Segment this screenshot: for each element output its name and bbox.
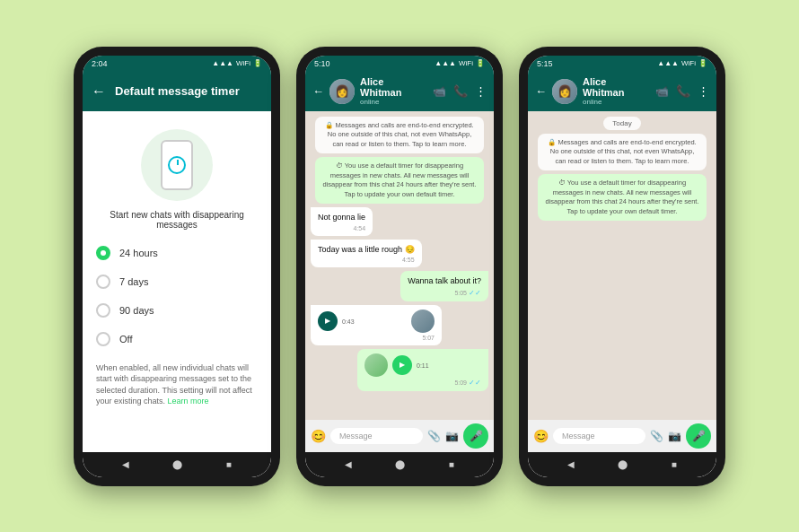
timer-icon — [168, 156, 186, 174]
play-btn-incoming[interactable]: ▶ — [318, 311, 338, 331]
start-label: Start new chats with disappearing messag… — [83, 210, 271, 239]
learn-more-link[interactable]: Learn more — [168, 397, 209, 406]
nav-back-1[interactable]: ◀ — [122, 459, 129, 469]
contact-name-2: Alice Whitman — [360, 76, 427, 98]
nav-recent-2[interactable]: ■ — [449, 459, 454, 469]
attach-btn-3[interactable]: 📎 — [650, 430, 663, 442]
wifi-icon: WiFi — [236, 59, 250, 67]
signal-icon-2: ▲▲▲ — [435, 59, 456, 67]
msg-3-ticks: ✓✓ — [469, 289, 481, 297]
camera-btn-2[interactable]: 📷 — [445, 430, 459, 442]
audio-msg-incoming: ▶ 0:43 5:07 — [311, 305, 442, 345]
video-call-icon-3[interactable]: 📹 — [655, 85, 669, 98]
header-icons-2: 📹 📞 ⋮ — [433, 84, 487, 98]
msg-1-text: Not gonna lie — [318, 212, 365, 223]
play-btn-outgoing[interactable]: ▶ — [392, 355, 412, 375]
emoji-btn-2[interactable]: 😊 — [311, 429, 326, 443]
label-off: Off — [119, 334, 132, 344]
attach-btn-2[interactable]: 📎 — [427, 430, 441, 442]
option-90days[interactable]: 90 days — [83, 296, 271, 325]
option-24h[interactable]: 24 hours — [83, 239, 271, 267]
phone-illustration — [83, 111, 271, 210]
disappear-notice-2: ⏱ You use a default timer for disappeari… — [315, 157, 484, 204]
wifi-icon-3: WiFi — [681, 59, 696, 67]
radio-24h[interactable] — [96, 246, 110, 260]
input-placeholder-2: Message — [339, 432, 373, 440]
msg-3: Wanna talk about it? 5:05 ✓✓ — [400, 271, 488, 301]
header-icons-3: 📹 📞 ⋮ — [655, 84, 709, 98]
nav-recent-3[interactable]: ■ — [672, 459, 677, 469]
msg-3-text: Wanna talk about it? — [408, 275, 481, 287]
phone-3: 5:15 ▲▲▲ WiFi 🔋 ← 👩 Alice Whitman online — [519, 47, 725, 486]
radio-off[interactable] — [96, 332, 110, 346]
option-off[interactable]: Off — [83, 325, 271, 353]
audio-avatar-outgoing — [364, 353, 388, 377]
nav-back-3[interactable]: ◀ — [567, 459, 575, 469]
battery-icon: 🔋 — [253, 59, 262, 67]
audio-bubble-incoming: ▶ 0:43 — [318, 310, 435, 333]
status-bar-2: 5:10 ▲▲▲ WiFi 🔋 — [305, 56, 494, 72]
more-icon-3[interactable]: ⋮ — [698, 84, 709, 98]
chat-header-3: ← 👩 Alice Whitman online 📹 📞 ⋮ — [528, 72, 716, 111]
avatar-img-2: 👩 — [329, 79, 355, 104]
emoji-btn-3[interactable]: 😊 — [533, 429, 549, 443]
avatar-3: 👩 — [552, 79, 577, 104]
disappear-notice-3: ⏱ You use a default timer for disappeari… — [538, 174, 707, 221]
mic-btn-2[interactable]: 🎤 — [463, 423, 488, 449]
video-call-icon[interactable]: 📹 — [433, 85, 446, 98]
nav-home-3[interactable]: ⬤ — [618, 459, 628, 469]
input-field-3[interactable]: Message — [553, 428, 645, 444]
back-button[interactable]: ← — [92, 83, 106, 100]
audio-time-outgoing: 5:09 ✓✓ — [364, 379, 481, 387]
time-3: 5:15 — [537, 59, 553, 68]
time-2: 5:10 — [314, 59, 330, 68]
avatar-2: 👩 — [329, 79, 355, 104]
audio-bubble-outgoing: ▶ 0:11 — [364, 353, 481, 377]
status-bar-1: 2:04 ▲▲▲ WiFi 🔋 — [83, 56, 271, 72]
contact-info-3: Alice Whitman online — [583, 76, 650, 106]
phone-call-icon-3[interactable]: 📞 — [676, 84, 690, 98]
more-icon[interactable]: ⋮ — [475, 84, 487, 98]
msg-2-text: Today was a little rough 😔 — [318, 244, 415, 256]
input-field-2[interactable]: Message — [330, 428, 423, 444]
msg-1: Not gonna lie 4:54 — [311, 207, 373, 236]
phone-3-screen: 5:15 ▲▲▲ WiFi 🔋 ← 👩 Alice Whitman online — [528, 56, 716, 477]
nav-recent-1[interactable]: ■ — [226, 459, 232, 469]
label-24h: 24 hours — [119, 248, 158, 258]
radio-7days[interactable] — [96, 275, 110, 289]
camera-btn-3[interactable]: 📷 — [668, 430, 681, 442]
phone-call-icon[interactable]: 📞 — [453, 84, 468, 98]
wifi-icon-2: WiFi — [459, 59, 473, 67]
settings-title: Default message timer — [115, 84, 240, 98]
mic-btn-3[interactable]: 🎤 — [686, 423, 711, 449]
chat-back-3[interactable]: ← — [535, 84, 547, 98]
battery-icon-3: 🔋 — [698, 59, 707, 67]
contact-name-3: Alice Whitman — [583, 76, 650, 98]
phone-3-nav: ◀ ⬤ ■ — [528, 452, 716, 477]
nav-home-2[interactable]: ⬤ — [395, 459, 405, 469]
option-7days[interactable]: 7 days — [83, 267, 271, 296]
status-icons-1: ▲▲▲ WiFi 🔋 — [212, 59, 262, 67]
chat-area-2: 🔒 Messages and calls are end-to-end encr… — [305, 111, 494, 420]
phone-2-nav: ◀ ⬤ ■ — [305, 452, 494, 477]
audio-msg-outgoing: ▶ 0:11 5:09 ✓✓ — [357, 349, 488, 391]
signal-icon-3: ▲▲▲ — [657, 59, 679, 67]
audio-time-incoming: 5:07 — [318, 335, 435, 341]
nav-home-1[interactable]: ⬤ — [172, 459, 182, 469]
contact-info-2: Alice Whitman online — [360, 76, 427, 106]
audio-duration-incoming: 0:43 — [342, 318, 407, 325]
input-placeholder-3: Message — [562, 432, 595, 440]
chat-back-2[interactable]: ← — [312, 84, 324, 98]
label-90days: 90 days — [119, 305, 154, 316]
date-label-3: Today — [603, 117, 640, 130]
chat-header-2: ← 👩 Alice Whitman online 📹 📞 ⋮ — [305, 72, 494, 111]
avatar-img-3: 👩 — [552, 79, 577, 104]
battery-icon-2: 🔋 — [476, 59, 485, 67]
encrypted-notice-2: 🔒 Messages and calls are end-to-end encr… — [315, 117, 484, 154]
illustration-circle — [141, 129, 213, 201]
radio-90days[interactable] — [96, 303, 110, 318]
label-7days: 7 days — [119, 276, 148, 287]
nav-back-2[interactable]: ◀ — [345, 459, 352, 469]
settings-footer: When enabled, all new individual chats w… — [83, 353, 271, 416]
audio-avatar-incoming — [411, 310, 435, 333]
